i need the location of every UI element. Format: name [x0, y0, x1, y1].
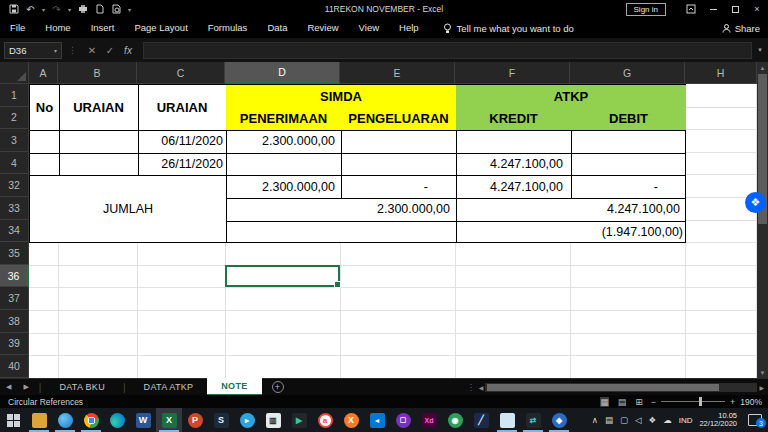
sign-in-button[interactable]: Sign in	[626, 3, 666, 16]
sheet-tab-note[interactable]: NOTE	[207, 378, 261, 396]
dropbox-tray-icon[interactable]: ❖	[649, 415, 657, 425]
zoom-in-button[interactable]: +	[730, 397, 735, 407]
share-button[interactable]: Share	[722, 23, 760, 34]
row-header-40[interactable]: 40	[0, 355, 29, 378]
insert-function-icon[interactable]: fx	[119, 45, 137, 56]
undo-icon[interactable]: ↶	[25, 4, 36, 15]
taskbar-cortana-app-icon[interactable]	[52, 408, 78, 432]
taskbar-telegram-icon[interactable]: ▸	[234, 408, 260, 432]
save-icon[interactable]	[8, 4, 19, 15]
column-header-f[interactable]: F	[455, 62, 570, 84]
scroll-up-icon[interactable]: ▲	[757, 62, 768, 73]
battery-icon[interactable]: ▤	[605, 415, 613, 425]
formula-input[interactable]	[143, 42, 752, 59]
taskbar-excel-icon[interactable]: X	[156, 408, 182, 432]
column-header-e[interactable]: E	[340, 62, 455, 84]
tray-chevron-icon[interactable]: ∧	[592, 415, 598, 425]
taskbar-media-app-icon[interactable]: ▢	[390, 408, 416, 432]
vertical-scrollbar[interactable]: ▲ ▼	[757, 62, 768, 378]
row-header-38[interactable]: 38	[0, 310, 29, 333]
cell-f4-value[interactable]: 4.247.100,00	[456, 153, 571, 176]
taskbar-s-app-icon[interactable]: S	[208, 408, 234, 432]
taskbar-design-app-icon[interactable]: ╱	[468, 408, 494, 432]
taskbar-xampp-icon[interactable]: X	[338, 408, 364, 432]
cell-f34-difference[interactable]: (1.947.100,00)	[456, 221, 686, 244]
close-button[interactable]: ×	[746, 0, 768, 18]
zoom-out-button[interactable]: −	[651, 397, 656, 407]
row-header-32[interactable]: 32	[0, 174, 29, 197]
column-header-c[interactable]: C	[137, 62, 225, 84]
expand-formula-bar-icon[interactable]: ▾	[752, 46, 768, 54]
taskbar-anydesk-icon[interactable]: a	[312, 408, 338, 432]
column-header-b[interactable]: B	[58, 62, 137, 84]
taskbar-share-arrow-app-icon[interactable]: ▶	[286, 408, 312, 432]
row-header-35[interactable]: 35	[0, 242, 29, 265]
row-header-34[interactable]: 34	[0, 220, 29, 243]
row-header-39[interactable]: 39	[0, 333, 29, 356]
sheet-grid[interactable]: No URAIAN URAIAN SIMDA ATKP PENERIMAAN P…	[29, 84, 757, 378]
row-header-33[interactable]: 33	[0, 197, 29, 220]
tell-me-box[interactable]: Tell me what you want to do	[443, 23, 574, 34]
restore-button[interactable]	[724, 0, 746, 18]
customize-qat-icon[interactable]: ▾	[128, 6, 131, 13]
sheet-tab-data-bku[interactable]: DATA BKU	[45, 379, 119, 395]
cell-c4-date[interactable]: 26/11/2020	[138, 153, 226, 176]
cell-a1-no[interactable]: No	[30, 85, 59, 130]
network-icon[interactable]: ▢	[620, 415, 628, 425]
cell-d32-value[interactable]: 2.300.000,00	[226, 175, 341, 198]
cell-c1-uraian[interactable]: URAIAN	[138, 85, 226, 130]
ribbon-tab-file[interactable]: File	[0, 18, 35, 38]
cell-e2-pengeluaran[interactable]: PENGELUARAN	[341, 108, 456, 131]
taskbar-notes-app-icon[interactable]	[494, 408, 520, 432]
page-layout-view-icon[interactable]: ▤	[618, 397, 627, 407]
cell-g32-dash[interactable]: -	[571, 175, 686, 198]
print-preview-icon[interactable]	[111, 4, 122, 15]
horizontal-scroll-thumb[interactable]	[487, 384, 719, 391]
taskbar-chrome-icon[interactable]	[78, 408, 104, 432]
ribbon-tab-view[interactable]: View	[349, 18, 389, 38]
cell-f2-kredit[interactable]: KREDIT	[456, 108, 571, 131]
ribbon-tab-home[interactable]: Home	[35, 18, 80, 38]
tab-scroll-splitter[interactable]: ⋮	[463, 383, 479, 392]
cancel-icon[interactable]: ✕	[83, 45, 101, 56]
sheet-tab-data-atkp[interactable]: DATA ATKP	[130, 379, 208, 395]
selected-cell-d36[interactable]	[225, 265, 340, 288]
taskbar-sync-app-icon[interactable]: ⇄	[520, 408, 546, 432]
taskbar-clock[interactable]: 10.05 22/12/2020	[699, 412, 737, 429]
cell-d1-simda[interactable]: SIMDA	[226, 85, 456, 108]
ribbon-tab-formulas[interactable]: Formulas	[198, 18, 258, 38]
start-button[interactable]	[0, 408, 26, 432]
column-header-h[interactable]: H	[685, 62, 757, 84]
row-header-2[interactable]: 2	[0, 107, 29, 130]
scroll-down-icon[interactable]: ▼	[757, 367, 768, 378]
cell-e32-dash[interactable]: -	[341, 175, 456, 198]
name-box-dropdown-icon[interactable]: ▾	[54, 47, 57, 54]
sheet-prev-icon[interactable]: ◀	[0, 383, 17, 391]
zoom-slider-thumb[interactable]	[699, 397, 702, 406]
language-indicator[interactable]: IND	[679, 416, 693, 425]
dropbox-badge-icon[interactable]: ❖	[745, 192, 766, 213]
cell-c3-date[interactable]: 06/11/2020	[138, 130, 226, 153]
cell-f33-total[interactable]: 4.247.100,00	[456, 198, 686, 221]
row-header-36[interactable]: 36	[0, 265, 29, 288]
scroll-left-icon[interactable]: ◀	[479, 384, 484, 391]
cell-f32-value[interactable]: 4.247.100,00	[456, 175, 571, 198]
scroll-right-icon[interactable]: ▶	[759, 384, 764, 391]
new-sheet-button[interactable]: +	[272, 381, 284, 393]
select-all-corner[interactable]	[0, 62, 29, 84]
page-break-view-icon[interactable]: ⊞	[635, 397, 643, 407]
taskbar-browser-app-icon[interactable]: ◈	[546, 408, 572, 432]
row-header-4[interactable]: 4	[0, 152, 29, 175]
taskbar-powerpoint-icon[interactable]: P	[182, 408, 208, 432]
ribbon-tab-insert[interactable]: Insert	[81, 18, 125, 38]
action-center-icon[interactable]: 3	[748, 414, 762, 426]
name-box[interactable]: D36 ▾	[4, 42, 62, 59]
column-header-d[interactable]: D	[225, 62, 340, 84]
cell-d2-penerimaan[interactable]: PENERIMAAN	[226, 108, 341, 131]
ribbon-tab-data[interactable]: Data	[257, 18, 297, 38]
normal-view-icon[interactable]: ▦	[600, 397, 609, 407]
redo-dropdown-icon[interactable]: ▾	[68, 6, 71, 13]
row-header-1[interactable]: 1	[0, 84, 29, 107]
redo-icon[interactable]: ↷	[51, 4, 62, 15]
zoom-level[interactable]: 190%	[740, 397, 762, 407]
